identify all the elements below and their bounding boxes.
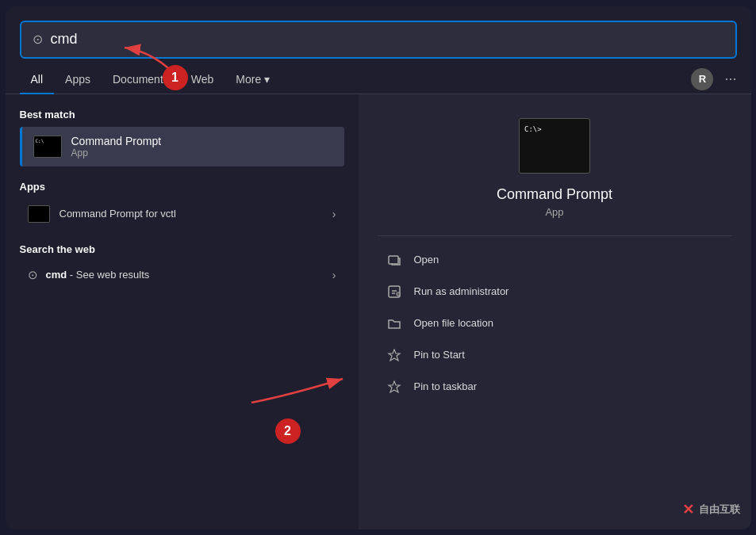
web-search-item[interactable]: ⊙ cmd - See web results ›	[20, 262, 344, 289]
apps-section-label: Apps	[20, 181, 344, 193]
best-match-subtitle: App	[71, 147, 162, 159]
web-item-rest: - See web results	[67, 269, 149, 281]
tab-all[interactable]: All	[20, 65, 55, 94]
user-avatar[interactable]: R	[691, 68, 713, 90]
tab-apps[interactable]: Apps	[54, 65, 102, 94]
folder-icon	[386, 315, 403, 332]
annotation-badge-1: 1	[163, 65, 188, 90]
right-panel: Command Prompt App Open	[359, 94, 751, 529]
tabs-bar: All Apps Documents Web More ▾ R ···	[6, 65, 751, 94]
right-app-icon	[519, 118, 590, 174]
best-match-title: Command Prompt	[71, 135, 162, 147]
search-input[interactable]: cmd	[51, 31, 724, 48]
admin-icon	[386, 283, 403, 300]
annotation-badge-2: 2	[275, 418, 301, 444]
watermark-text: 自由互联	[699, 503, 740, 517]
best-match-label: Best match	[20, 109, 344, 120]
app-item-title: Command Prompt for vctl	[59, 208, 323, 220]
apps-section: Apps Command Prompt for vctl ›	[20, 181, 344, 229]
app-item-icon	[28, 205, 50, 223]
action-admin-label: Run as administrator	[414, 285, 509, 297]
action-admin[interactable]: Run as administrator	[378, 276, 732, 308]
action-pin-taskbar-label: Pin to taskbar	[414, 380, 478, 392]
divider	[378, 235, 732, 236]
web-item-text: cmd - See web results	[46, 269, 324, 281]
web-search-icon: ⊙	[28, 268, 38, 282]
pin-start-icon	[386, 346, 403, 364]
svg-marker-3	[389, 350, 400, 361]
web-section-label: Search the web	[20, 243, 344, 255]
action-file-location-label: Open file location	[414, 317, 493, 329]
tab-more[interactable]: More ▾	[224, 65, 281, 94]
cmd-icon	[33, 136, 62, 158]
svg-marker-4	[389, 381, 400, 392]
svg-rect-2	[397, 292, 400, 296]
action-pin-taskbar[interactable]: Pin to taskbar	[378, 371, 732, 403]
action-open-label: Open	[414, 254, 439, 266]
action-list: Open Run as administrator	[378, 244, 732, 403]
more-options-button[interactable]: ···	[724, 71, 736, 87]
web-item-bold: cmd	[46, 269, 67, 281]
action-pin-start-label: Pin to Start	[414, 349, 465, 361]
search-icon: ⊙	[33, 32, 43, 47]
web-section: Search the web ⊙ cmd - See web results ›	[20, 243, 344, 289]
right-app-subtitle: App	[545, 206, 563, 218]
pin-taskbar-icon	[386, 378, 403, 396]
svg-rect-0	[389, 256, 398, 264]
right-app-title: Command Prompt	[497, 186, 612, 203]
open-icon	[386, 251, 403, 269]
main-content: Best match Command Prompt App Apps Comma…	[6, 94, 751, 529]
watermark: ✕ 自由互联	[682, 501, 740, 518]
action-pin-start[interactable]: Pin to Start	[378, 339, 732, 371]
watermark-icon: ✕	[682, 501, 694, 518]
search-bar[interactable]: ⊙ cmd	[20, 21, 737, 59]
action-file-location[interactable]: Open file location	[378, 308, 732, 339]
best-match-item[interactable]: Command Prompt App	[20, 127, 344, 166]
action-open[interactable]: Open	[378, 244, 732, 276]
app-list-item[interactable]: Command Prompt for vctl ›	[20, 199, 344, 229]
tabs-right: R ···	[691, 68, 736, 90]
best-match-text: Command Prompt App	[71, 135, 162, 159]
app-item-arrow-icon: ›	[332, 208, 336, 220]
search-container: ⊙ cmd All Apps Documents Web More ▾ R ··…	[6, 6, 751, 529]
left-panel: Best match Command Prompt App Apps Comma…	[6, 94, 359, 529]
web-item-arrow-icon: ›	[332, 269, 336, 281]
